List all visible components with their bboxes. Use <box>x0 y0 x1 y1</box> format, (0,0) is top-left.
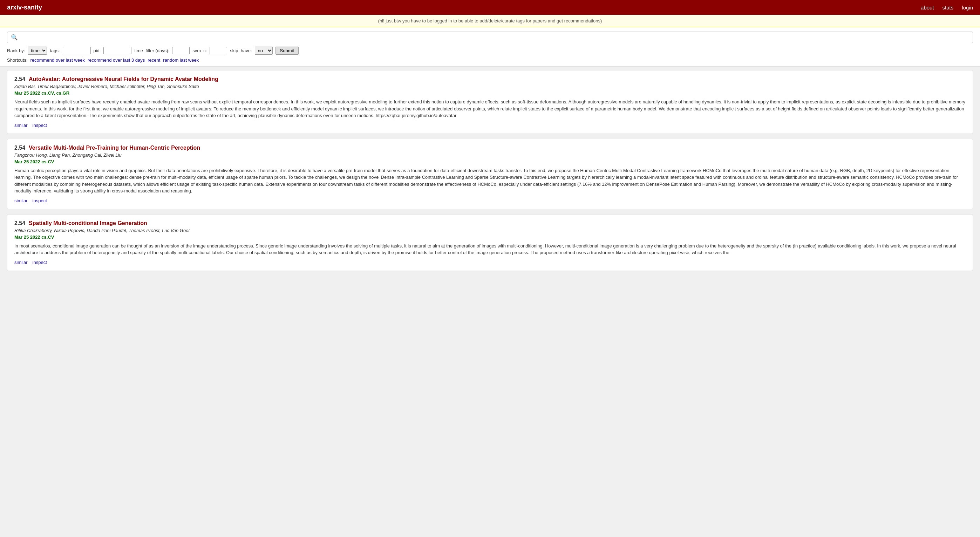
search-input[interactable] <box>21 35 969 40</box>
nav-about[interactable]: about <box>921 5 934 11</box>
nav-login[interactable]: login <box>962 5 973 11</box>
skip-have-select[interactable]: no yes <box>255 46 273 55</box>
paper-inspect-link[interactable]: inspect <box>33 123 47 128</box>
submit-button[interactable]: Submit <box>275 46 299 55</box>
svm-c-label: svm_c: <box>192 48 207 53</box>
pid-input[interactable] <box>103 47 131 54</box>
paper-title-link[interactable]: Versatile Multi-Modal Pre-Training for H… <box>29 145 200 151</box>
paper-score: 2.54 <box>14 220 25 226</box>
shortcut-recommend-3days[interactable]: recommend over last 3 days <box>88 57 145 63</box>
skip-have-label: skip_have: <box>230 48 252 53</box>
tags-input[interactable] <box>63 47 91 54</box>
shortcuts-row: Shortcuts: recommend over last week reco… <box>7 57 973 63</box>
brand-logo: arxiv-sanity <box>7 4 42 11</box>
paper-card: 2.54 Versatile Multi-Modal Pre-Training … <box>7 139 973 209</box>
paper-meta: Mar 25 2022 cs.CV, cs.GR <box>14 91 966 96</box>
paper-abstract: Human-centric perception plays a vital r… <box>14 167 966 194</box>
paper-actions: similar inspect <box>14 198 966 203</box>
paper-card: 2.54 AutoAvatar: Autoregressive Neural F… <box>7 70 973 134</box>
tags-label: tags: <box>50 48 60 53</box>
svm-c-input[interactable]: 0.01 <box>210 47 227 54</box>
main-content: 2.54 AutoAvatar: Autoregressive Neural F… <box>0 67 980 279</box>
search-box-wrapper: 🔍 <box>7 32 973 43</box>
paper-header: 2.54 AutoAvatar: Autoregressive Neural F… <box>14 76 966 82</box>
shortcuts-label: Shortcuts: <box>7 57 28 63</box>
nav-links: about stats login <box>921 5 973 11</box>
time-filter-input[interactable] <box>172 47 189 54</box>
rank-by-select[interactable]: time pid tags <box>28 46 47 55</box>
paper-meta: Mar 25 2022 cs.CV <box>14 234 966 240</box>
paper-score: 2.54 <box>14 76 25 82</box>
paper-authors: Fangzhou Hong, Liang Pan, Zhongang Cai, … <box>14 153 966 158</box>
filter-row: Rank by: time pid tags tags: pid: time_f… <box>7 46 973 55</box>
paper-inspect-link[interactable]: inspect <box>33 260 47 265</box>
paper-abstract: In most scenarios, conditional image gen… <box>14 242 966 256</box>
paper-abstract: Neural fields such as implicit surfaces … <box>14 99 966 119</box>
shortcut-recent[interactable]: recent <box>148 57 160 63</box>
paper-title-link[interactable]: Spatially Multi-conditional Image Genera… <box>29 220 147 226</box>
paper-actions: similar inspect <box>14 123 966 128</box>
shortcut-random-week[interactable]: random last week <box>163 57 199 63</box>
shortcut-recommend-week[interactable]: recommend over last week <box>30 57 85 63</box>
paper-similar-link[interactable]: similar <box>14 198 28 203</box>
time-filter-label: time_filter (days): <box>134 48 169 53</box>
paper-header: 2.54 Versatile Multi-Modal Pre-Training … <box>14 145 966 151</box>
banner-text: (hi! just btw you have to be logged in t… <box>378 18 602 24</box>
rank-by-label: Rank by: <box>7 48 25 53</box>
paper-authors: Ritika Chakraborty, Nikola Popovic, Dand… <box>14 228 966 233</box>
paper-score: 2.54 <box>14 145 25 151</box>
paper-authors: Ziqian Bai, Timur Bagautdinov, Javier Ro… <box>14 84 966 89</box>
nav-stats[interactable]: stats <box>942 5 954 11</box>
paper-similar-link[interactable]: similar <box>14 123 28 128</box>
paper-inspect-link[interactable]: inspect <box>33 198 47 203</box>
pid-label: pid: <box>94 48 101 53</box>
paper-similar-link[interactable]: similar <box>14 260 28 265</box>
search-icon: 🔍 <box>11 34 18 41</box>
paper-header: 2.54 Spatially Multi-conditional Image G… <box>14 220 966 226</box>
search-area: 🔍 Rank by: time pid tags tags: pid: time… <box>0 27 980 67</box>
paper-actions: similar inspect <box>14 260 966 265</box>
paper-meta: Mar 25 2022 cs.CV <box>14 159 966 164</box>
paper-title-link[interactable]: AutoAvatar: Autoregressive Neural Fields… <box>29 76 218 82</box>
top-navigation: arxiv-sanity about stats login <box>0 0 980 15</box>
info-banner: (hi! just btw you have to be logged in t… <box>0 15 980 27</box>
paper-card: 2.54 Spatially Multi-conditional Image G… <box>7 214 973 271</box>
